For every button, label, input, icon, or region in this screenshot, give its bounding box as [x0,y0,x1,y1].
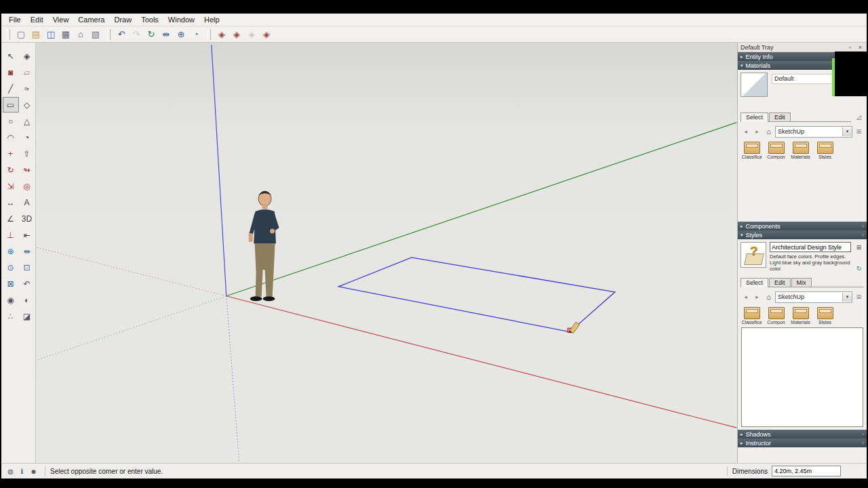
erase-button[interactable]: ▧ [88,28,103,41]
tab-mix[interactable]: Mix [791,278,812,287]
style-shaded-button[interactable]: ◈ [214,28,229,41]
tool-tape-measure[interactable]: ↔ [3,195,19,210]
tool-look-around[interactable]: ◐ [19,292,35,308]
section-header-shadows[interactable]: ▸ Shadows ▫ [738,430,867,439]
collection-card-materials[interactable]: Materials [789,307,812,325]
menu-draw[interactable]: Draw [109,14,136,25]
tab-edit[interactable]: Edit [769,278,791,287]
tray-close-icon[interactable]: × [856,44,864,51]
style-monochrome-button[interactable]: ◈ [259,28,274,41]
collection-card-styles[interactable]: Styles [814,142,836,159]
menu-view[interactable]: View [48,14,74,25]
print-button[interactable]: ▦ [58,28,73,41]
tool-move[interactable]: + [3,146,19,161]
menu-help[interactable]: Help [199,14,224,25]
model-info-button[interactable]: ⌂ [73,28,88,41]
tool-zoom-window[interactable]: ⊡ [19,260,35,275]
collection-card-classifica[interactable]: Classifica [741,307,763,325]
tool-text[interactable]: A [19,195,35,210]
tool-rotated-rectangle[interactable]: ◇ [19,97,35,113]
home-icon[interactable]: ⌂ [764,127,774,137]
tool-orbit[interactable]: ⊕ [3,243,19,259]
menu-file[interactable]: File [4,14,26,25]
tool-pie[interactable]: ◔ [19,129,35,145]
section-detach-icon[interactable]: ▫ [862,431,864,437]
collection-card-materials[interactable]: Materials [789,142,812,159]
tool-walk[interactable]: ∴ [3,308,19,324]
tab-select[interactable]: Select [741,113,768,122]
style-name-input[interactable] [770,242,851,252]
sample-paint-icon[interactable]: ◿ [854,113,864,122]
tool-position-camera[interactable]: ◉ [3,292,19,308]
tab-select[interactable]: Select [741,278,768,287]
add-location-button[interactable]: ⊕ [174,28,189,41]
rectangle-in-progress[interactable] [338,258,615,332]
save-button[interactable]: ◫ [43,28,58,41]
styles-collection-dropdown[interactable]: SketchUp ▾ [775,291,852,303]
tool-make-component[interactable]: ◈ [19,48,35,64]
tool-line[interactable]: ╱ [3,81,19,96]
menu-camera[interactable]: Camera [73,14,109,25]
back-arrow-icon[interactable]: ◂ [741,292,751,302]
tool-arc[interactable]: ◠ [3,129,19,145]
collection-card-compon[interactable]: Compon [765,307,787,325]
pan-view-button[interactable]: ⇹ [159,28,174,41]
new-button[interactable]: ▢ [14,28,28,41]
tool-protractor[interactable]: ∠ [3,211,19,226]
sign-in-icon[interactable]: ☻ [28,468,39,475]
style-textured-button[interactable]: ◈ [229,28,244,41]
menu-window[interactable]: Window [163,14,199,25]
collection-card-classifica[interactable]: Classifica [741,142,763,159]
tool-offset[interactable]: ◎ [19,178,35,194]
tray-pin-icon[interactable]: ▫ [846,44,854,51]
tool-zoom-extents[interactable]: ⊠ [3,276,19,291]
tool-rotate[interactable]: ↻ [3,162,19,178]
geolocation-icon[interactable]: ◍ [5,468,16,475]
tool-dimension[interactable]: ⇤ [19,227,35,243]
section-header-instructor[interactable]: ▸ Instructor ▫ [738,439,867,447]
details-pane-icon[interactable]: ⊞ [854,292,864,302]
collection-card-compon[interactable]: Compon [765,142,787,159]
drawing-canvas[interactable] [36,43,737,463]
home-icon[interactable]: ⌂ [764,292,774,302]
section-header-styles[interactable]: ▾ Styles ▫ [738,230,867,239]
materials-collection-dropdown[interactable]: SketchUp ▾ [775,126,852,138]
open-button[interactable]: ▤ [28,28,43,41]
tool-3d-text[interactable]: 3D [19,211,35,226]
section-detach-icon[interactable]: ▫ [862,223,864,229]
tool-previous[interactable]: ↶ [19,276,35,291]
tool-section-plane[interactable]: ◪ [19,308,35,324]
tool-zoom[interactable]: ⊙ [3,260,19,275]
show-secondary-pane-icon[interactable]: ⊞ [854,243,863,251]
tool-polygon[interactable]: △ [19,113,35,129]
tool-scale[interactable]: ⇲ [3,178,19,194]
style-hidden-line-button[interactable]: ◈ [244,28,259,41]
section-header-components[interactable]: ▸ Components ▫ [738,222,867,230]
collection-card-styles[interactable]: Styles [814,307,836,325]
tool-axes[interactable]: ⊥ [3,227,19,243]
forward-arrow-icon[interactable]: ▸ [752,292,762,302]
tool-follow-me[interactable]: ↬ [19,162,35,178]
back-arrow-icon[interactable]: ◂ [741,127,751,137]
menu-tools[interactable]: Tools [136,14,163,25]
undo-button[interactable]: ↶ [114,28,129,41]
details-pane-icon[interactable]: ⊞ [854,127,864,137]
tool-rectangle[interactable]: ▭ [3,97,19,113]
measurements-input[interactable] [772,466,841,476]
redo-button[interactable]: ↷ [129,28,144,41]
forward-arrow-icon[interactable]: ▸ [752,127,762,137]
tool-freehand[interactable]: ≈ [19,81,35,96]
weather-button[interactable]: ◔ [189,28,203,41]
menu-edit[interactable]: Edit [26,14,48,25]
section-detach-icon[interactable]: ▫ [862,232,864,238]
tool-circle[interactable]: ○ [3,113,19,129]
tool-select[interactable]: ↖ [3,48,19,64]
tool-eraser[interactable]: ▱ [19,64,35,80]
orbit-view-button[interactable]: ↻ [144,28,159,41]
tab-edit[interactable]: Edit [769,113,791,121]
tool-push-pull[interactable]: ⇧ [19,146,35,161]
tool-pan[interactable]: ⇹ [19,243,35,259]
tool-paint-bucket[interactable]: ◙ [3,64,19,80]
section-detach-icon[interactable]: ▫ [862,440,864,446]
update-style-icon[interactable]: ↻ [854,264,863,272]
